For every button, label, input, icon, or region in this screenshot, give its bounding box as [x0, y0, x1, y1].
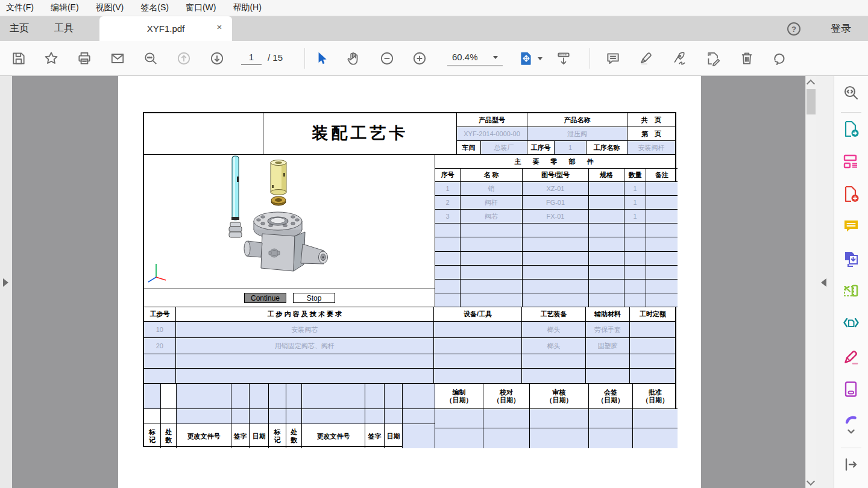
parts-field[interactable]: [523, 237, 589, 251]
tab-home[interactable]: 主页: [1, 16, 37, 41]
steps-field[interactable]: [630, 338, 675, 354]
vertical-scrollbar[interactable]: [805, 76, 816, 488]
parts-field[interactable]: [624, 224, 646, 237]
parts-field[interactable]: [646, 182, 678, 196]
parts-field[interactable]: [589, 224, 624, 237]
chevron-down-icon[interactable]: [538, 57, 542, 60]
revision-field[interactable]: [302, 384, 365, 409]
more-tools-icon[interactable]: [842, 413, 860, 438]
revision-field[interactable]: [365, 384, 385, 409]
steps-field[interactable]: 安装阀芯: [176, 322, 434, 338]
revision-field[interactable]: [269, 384, 286, 409]
highlight-icon[interactable]: [638, 51, 654, 66]
parts-field[interactable]: [589, 252, 624, 266]
create-pdf-icon[interactable]: [842, 185, 860, 203]
parts-field[interactable]: [523, 266, 589, 280]
revision-field[interactable]: [269, 409, 286, 424]
parts-field[interactable]: [589, 182, 624, 196]
steps-field[interactable]: 榔头: [522, 322, 586, 338]
revision-field[interactable]: [231, 409, 250, 424]
parts-field[interactable]: [624, 237, 646, 251]
parts-field[interactable]: [461, 237, 523, 251]
combine-files-icon[interactable]: [842, 250, 860, 268]
revision-field[interactable]: [177, 384, 231, 409]
parts-field[interactable]: 1: [624, 210, 646, 224]
parts-field[interactable]: [589, 293, 624, 307]
comment-icon[interactable]: [605, 51, 621, 66]
select-tool-icon[interactable]: [314, 51, 330, 66]
parts-field[interactable]: [646, 210, 678, 224]
hand-tool-icon[interactable]: [346, 51, 362, 66]
revision-field[interactable]: [250, 409, 269, 424]
parts-field[interactable]: 3: [435, 210, 461, 224]
steps-field[interactable]: [434, 338, 522, 354]
parts-field[interactable]: [646, 266, 678, 280]
steps-field[interactable]: [630, 354, 675, 369]
steps-field[interactable]: [144, 354, 176, 369]
next-page-icon[interactable]: [209, 51, 225, 66]
menu-view[interactable]: 视图(V): [96, 2, 124, 13]
approval-field[interactable]: [483, 428, 530, 448]
parts-field[interactable]: XZ-01: [523, 182, 589, 196]
fit-page-icon[interactable]: [518, 51, 534, 66]
steps-field[interactable]: [586, 369, 631, 384]
zoom-in-icon[interactable]: [412, 51, 427, 66]
steps-field[interactable]: [586, 354, 631, 369]
steps-field[interactable]: 20: [144, 338, 176, 354]
compress-pdf-icon[interactable]: [842, 315, 860, 333]
steps-field[interactable]: 用销固定阀芯、阀杆: [176, 338, 434, 354]
parts-field[interactable]: [461, 293, 523, 307]
edit-document-icon[interactable]: [705, 51, 721, 66]
parts-field[interactable]: [624, 252, 646, 266]
steps-field[interactable]: 固塑胶: [586, 338, 631, 354]
parts-field[interactable]: [435, 252, 461, 266]
steps-field[interactable]: [630, 369, 675, 384]
parts-field[interactable]: [624, 266, 646, 280]
menu-sign[interactable]: 签名(S): [140, 2, 169, 13]
parts-field[interactable]: [646, 224, 678, 237]
parts-field[interactable]: [435, 266, 461, 280]
scroll-up-icon[interactable]: [807, 80, 815, 88]
parts-field[interactable]: 销: [461, 182, 523, 196]
star-icon[interactable]: [43, 51, 59, 66]
parts-field[interactable]: 1: [435, 182, 461, 196]
steps-field[interactable]: [144, 369, 176, 384]
product-model-field[interactable]: XYF-2014-0000-00: [457, 127, 527, 141]
search-document-icon[interactable]: [842, 84, 860, 102]
revision-field[interactable]: [177, 409, 231, 424]
organize-pages-icon[interactable]: [842, 152, 860, 170]
document-canvas[interactable]: 装配工艺卡 产品型号 产品名称 共 页 XYF-2014-0000-00 泄压阀…: [12, 76, 805, 488]
revision-field[interactable]: [144, 384, 161, 409]
delete-icon[interactable]: [739, 51, 755, 66]
fill-and-sign-icon[interactable]: [842, 348, 860, 366]
parts-field[interactable]: 1: [624, 196, 646, 210]
parts-field[interactable]: [589, 280, 624, 293]
parts-field[interactable]: 2: [435, 196, 461, 210]
steps-field[interactable]: [434, 322, 522, 338]
approval-field[interactable]: [589, 428, 633, 448]
save-icon[interactable]: [11, 51, 27, 66]
approval-field[interactable]: [530, 409, 589, 428]
parts-field[interactable]: [646, 280, 678, 293]
parts-field[interactable]: [589, 237, 624, 251]
tab-document[interactable]: XYF1.pdf ×: [99, 16, 232, 41]
process-no-field[interactable]: 1: [555, 141, 587, 155]
parts-field[interactable]: [435, 280, 461, 293]
steps-field[interactable]: [434, 369, 522, 384]
menu-file[interactable]: 文件(F): [6, 2, 34, 13]
close-icon[interactable]: ×: [214, 22, 225, 35]
revision-field[interactable]: [286, 384, 302, 409]
continue-button[interactable]: Continue: [244, 293, 286, 303]
parts-field[interactable]: FX-01: [523, 210, 589, 224]
menu-window[interactable]: 窗口(W): [186, 2, 216, 13]
steps-field[interactable]: [522, 369, 586, 384]
print-icon[interactable]: [77, 51, 92, 66]
parts-field[interactable]: [523, 293, 589, 307]
parts-field[interactable]: 阀杆: [461, 196, 523, 210]
parts-field[interactable]: [589, 196, 624, 210]
sign-icon[interactable]: [671, 51, 687, 66]
parts-field[interactable]: [435, 224, 461, 237]
revision-field[interactable]: [385, 384, 403, 409]
revision-field[interactable]: [403, 384, 435, 409]
parts-field[interactable]: [589, 210, 624, 224]
